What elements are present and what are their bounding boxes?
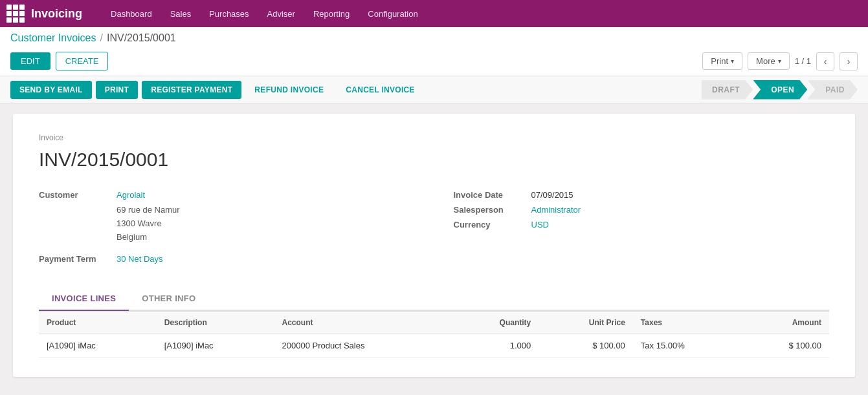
address-line2: 1300 Wavre <box>117 217 415 231</box>
currency-label: Currency <box>454 220 531 230</box>
cell-account: 200000 Product Sales <box>274 334 454 358</box>
more-button[interactable]: More ▾ <box>748 52 790 70</box>
cell-product: [A1090] iMac <box>39 334 157 358</box>
action-bar: EDIT CREATE Print ▾ More ▾ 1 / 1 ‹ › <box>10 48 858 76</box>
more-caret-icon: ▾ <box>778 58 781 65</box>
prev-page-button[interactable]: ‹ <box>816 52 834 70</box>
tabs-bar: INVOICE LINES OTHER INFO <box>39 287 829 311</box>
nav-item-adviser[interactable]: Adviser <box>258 0 304 27</box>
status-bar: SEND BY EMAIL PRINT REGISTER PAYMENT REF… <box>0 76 868 103</box>
col-amount: Amount <box>741 312 829 334</box>
customer-address: 69 rue de Namur 1300 Wavre Belgium <box>117 204 415 244</box>
col-account: Account <box>274 312 454 334</box>
status-action-buttons: SEND BY EMAIL PRINT REGISTER PAYMENT REF… <box>10 81 424 99</box>
payment-term-value[interactable]: 30 Net Days <box>117 254 163 264</box>
apps-menu-icon[interactable] <box>6 5 25 23</box>
edit-button[interactable]: EDIT <box>10 52 50 70</box>
invoice-date-value: 07/09/2015 <box>531 190 573 200</box>
left-field-group: Customer Agrolait 69 rue de Namur 1300 W… <box>39 190 415 268</box>
status-open: OPEN <box>753 80 807 100</box>
main-content: Invoice INV/2015/0001 Customer Agrolait … <box>0 103 868 387</box>
cell-amount: $ 100.00 <box>741 334 829 358</box>
nav-item-configuration[interactable]: Configuration <box>359 0 427 27</box>
cell-quantity: 1.000 <box>453 334 539 358</box>
status-paid: PAID <box>807 80 858 100</box>
register-payment-button[interactable]: REGISTER PAYMENT <box>142 81 241 99</box>
nav-menu: Dashboard Sales Purchases Adviser Report… <box>102 0 427 27</box>
invoice-number: INV/2015/0001 <box>39 149 829 171</box>
breadcrumb-bar: Customer Invoices / INV/2015/0001 EDIT C… <box>0 27 868 76</box>
refund-invoice-button[interactable]: REFUND INVOICE <box>245 81 333 99</box>
col-quantity: Quantity <box>453 312 539 334</box>
currency-value[interactable]: USD <box>531 220 549 230</box>
nav-item-sales[interactable]: Sales <box>161 0 201 27</box>
cell-description: [A1090] iMac <box>157 334 274 358</box>
salesperson-label: Salesperson <box>454 205 531 215</box>
salesperson-field-row: Salesperson Administrator <box>454 205 830 215</box>
salesperson-value[interactable]: Administrator <box>531 205 581 215</box>
next-page-button[interactable]: › <box>840 52 858 70</box>
tab-other-info[interactable]: OTHER INFO <box>129 287 208 311</box>
col-product: Product <box>39 312 157 334</box>
breadcrumb: Customer Invoices / INV/2015/0001 <box>10 32 858 48</box>
breadcrumb-current: INV/2015/0001 <box>107 32 176 44</box>
cell-taxes: Tax 15.00% <box>633 334 741 358</box>
send-by-email-button[interactable]: SEND BY EMAIL <box>10 81 92 99</box>
top-navigation: Invoicing Dashboard Sales Purchases Advi… <box>0 0 868 27</box>
brand-logo[interactable]: Invoicing <box>31 7 82 21</box>
col-unit-price: Unit Price <box>539 312 633 334</box>
print-caret-icon: ▾ <box>731 58 734 65</box>
status-draft: DRAFT <box>702 80 753 100</box>
customer-field-row: Customer Agrolait <box>39 190 415 200</box>
invoice-label: Invoice <box>39 133 829 142</box>
invoice-card: Invoice INV/2015/0001 Customer Agrolait … <box>13 114 855 377</box>
status-pipeline: DRAFT OPEN PAID <box>702 80 858 100</box>
pagination: 1 / 1 ‹ › <box>795 52 858 70</box>
nav-item-reporting[interactable]: Reporting <box>304 0 359 27</box>
print-button[interactable]: Print ▾ <box>702 52 742 70</box>
payment-term-label: Payment Term <box>39 254 117 264</box>
breadcrumb-separator: / <box>100 32 103 44</box>
nav-item-purchases[interactable]: Purchases <box>200 0 258 27</box>
customer-value[interactable]: Agrolait <box>117 190 145 200</box>
currency-field-row: Currency USD <box>454 220 830 230</box>
more-label: More <box>756 56 775 66</box>
invoice-date-field-row: Invoice Date 07/09/2015 <box>454 190 830 200</box>
address-country: Belgium <box>117 231 415 244</box>
invoice-date-label: Invoice Date <box>454 190 531 200</box>
print-action-button[interactable]: PRINT <box>96 81 139 99</box>
table-header-row: Product Description Account Quantity Uni… <box>39 312 829 334</box>
col-description: Description <box>157 312 274 334</box>
address-line1: 69 rue de Namur <box>117 204 415 217</box>
nav-item-dashboard[interactable]: Dashboard <box>102 0 161 27</box>
invoice-fields: Customer Agrolait 69 rue de Namur 1300 W… <box>39 190 829 268</box>
table-row[interactable]: [A1090] iMac [A1090] iMac 200000 Product… <box>39 334 829 358</box>
page-indicator: 1 / 1 <box>795 56 811 66</box>
tab-invoice-lines[interactable]: INVOICE LINES <box>39 287 129 311</box>
print-label: Print <box>711 56 728 66</box>
cell-unit-price: $ 100.00 <box>539 334 633 358</box>
invoice-table: Product Description Account Quantity Uni… <box>39 311 829 358</box>
breadcrumb-parent[interactable]: Customer Invoices <box>10 32 96 44</box>
cancel-invoice-button[interactable]: CANCEL INVOICE <box>337 81 424 99</box>
customer-label: Customer <box>39 190 117 200</box>
create-button[interactable]: CREATE <box>56 52 109 70</box>
col-taxes: Taxes <box>633 312 741 334</box>
payment-term-field-row: Payment Term 30 Net Days <box>39 254 415 264</box>
right-field-group: Invoice Date 07/09/2015 Salesperson Admi… <box>454 190 830 268</box>
